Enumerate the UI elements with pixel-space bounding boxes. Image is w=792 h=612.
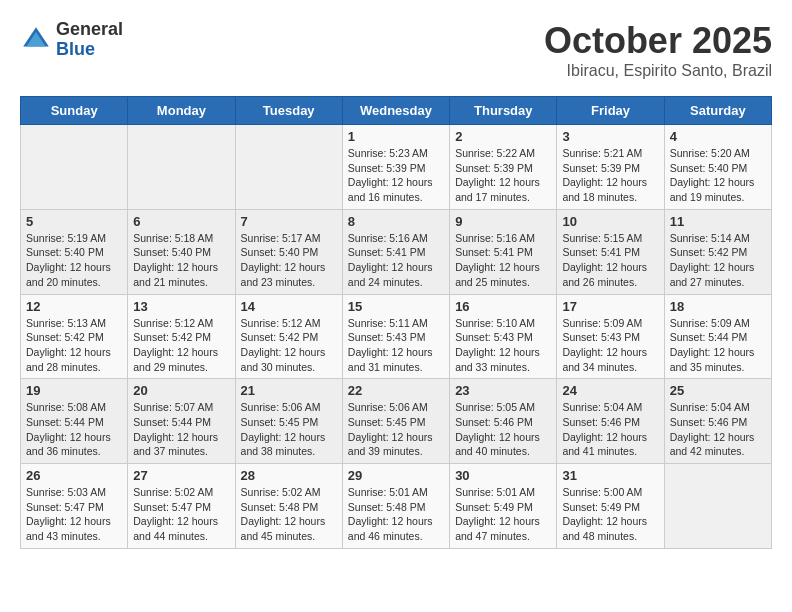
weekday-header-saturday: Saturday — [664, 97, 771, 125]
weekday-header-friday: Friday — [557, 97, 664, 125]
day-number: 31 — [562, 468, 658, 483]
logo-icon — [20, 24, 52, 56]
calendar-cell: 2Sunrise: 5:22 AMSunset: 5:39 PMDaylight… — [450, 125, 557, 210]
day-number: 26 — [26, 468, 122, 483]
calendar-cell — [128, 125, 235, 210]
logo-text: General Blue — [56, 20, 123, 60]
calendar-week-row: 12Sunrise: 5:13 AMSunset: 5:42 PMDayligh… — [21, 294, 772, 379]
calendar-cell: 26Sunrise: 5:03 AMSunset: 5:47 PMDayligh… — [21, 464, 128, 549]
day-info: Sunrise: 5:14 AMSunset: 5:42 PMDaylight:… — [670, 231, 766, 290]
weekday-header-monday: Monday — [128, 97, 235, 125]
day-number: 20 — [133, 383, 229, 398]
weekday-header-row: SundayMondayTuesdayWednesdayThursdayFrid… — [21, 97, 772, 125]
calendar-cell — [21, 125, 128, 210]
day-number: 7 — [241, 214, 337, 229]
day-info: Sunrise: 5:08 AMSunset: 5:44 PMDaylight:… — [26, 400, 122, 459]
day-info: Sunrise: 5:09 AMSunset: 5:44 PMDaylight:… — [670, 316, 766, 375]
day-info: Sunrise: 5:18 AMSunset: 5:40 PMDaylight:… — [133, 231, 229, 290]
calendar-cell: 6Sunrise: 5:18 AMSunset: 5:40 PMDaylight… — [128, 209, 235, 294]
day-info: Sunrise: 5:16 AMSunset: 5:41 PMDaylight:… — [348, 231, 444, 290]
day-info: Sunrise: 5:04 AMSunset: 5:46 PMDaylight:… — [670, 400, 766, 459]
calendar-cell: 5Sunrise: 5:19 AMSunset: 5:40 PMDaylight… — [21, 209, 128, 294]
day-number: 27 — [133, 468, 229, 483]
day-number: 9 — [455, 214, 551, 229]
day-number: 15 — [348, 299, 444, 314]
calendar-cell: 16Sunrise: 5:10 AMSunset: 5:43 PMDayligh… — [450, 294, 557, 379]
location-subtitle: Ibiracu, Espirito Santo, Brazil — [544, 62, 772, 80]
calendar-cell: 4Sunrise: 5:20 AMSunset: 5:40 PMDaylight… — [664, 125, 771, 210]
day-info: Sunrise: 5:01 AMSunset: 5:49 PMDaylight:… — [455, 485, 551, 544]
day-info: Sunrise: 5:22 AMSunset: 5:39 PMDaylight:… — [455, 146, 551, 205]
day-info: Sunrise: 5:07 AMSunset: 5:44 PMDaylight:… — [133, 400, 229, 459]
day-info: Sunrise: 5:15 AMSunset: 5:41 PMDaylight:… — [562, 231, 658, 290]
day-info: Sunrise: 5:12 AMSunset: 5:42 PMDaylight:… — [241, 316, 337, 375]
calendar-cell: 10Sunrise: 5:15 AMSunset: 5:41 PMDayligh… — [557, 209, 664, 294]
calendar-cell: 3Sunrise: 5:21 AMSunset: 5:39 PMDaylight… — [557, 125, 664, 210]
day-info: Sunrise: 5:06 AMSunset: 5:45 PMDaylight:… — [241, 400, 337, 459]
calendar-cell: 22Sunrise: 5:06 AMSunset: 5:45 PMDayligh… — [342, 379, 449, 464]
calendar-week-row: 19Sunrise: 5:08 AMSunset: 5:44 PMDayligh… — [21, 379, 772, 464]
day-number: 16 — [455, 299, 551, 314]
day-info: Sunrise: 5:21 AMSunset: 5:39 PMDaylight:… — [562, 146, 658, 205]
calendar-cell: 24Sunrise: 5:04 AMSunset: 5:46 PMDayligh… — [557, 379, 664, 464]
day-info: Sunrise: 5:13 AMSunset: 5:42 PMDaylight:… — [26, 316, 122, 375]
calendar-cell: 15Sunrise: 5:11 AMSunset: 5:43 PMDayligh… — [342, 294, 449, 379]
calendar-cell: 29Sunrise: 5:01 AMSunset: 5:48 PMDayligh… — [342, 464, 449, 549]
calendar-cell: 21Sunrise: 5:06 AMSunset: 5:45 PMDayligh… — [235, 379, 342, 464]
calendar-cell: 18Sunrise: 5:09 AMSunset: 5:44 PMDayligh… — [664, 294, 771, 379]
calendar-cell: 7Sunrise: 5:17 AMSunset: 5:40 PMDaylight… — [235, 209, 342, 294]
day-number: 13 — [133, 299, 229, 314]
day-number: 12 — [26, 299, 122, 314]
calendar-cell: 11Sunrise: 5:14 AMSunset: 5:42 PMDayligh… — [664, 209, 771, 294]
day-info: Sunrise: 5:11 AMSunset: 5:43 PMDaylight:… — [348, 316, 444, 375]
day-number: 19 — [26, 383, 122, 398]
calendar-cell: 28Sunrise: 5:02 AMSunset: 5:48 PMDayligh… — [235, 464, 342, 549]
weekday-header-thursday: Thursday — [450, 97, 557, 125]
weekday-header-tuesday: Tuesday — [235, 97, 342, 125]
logo-blue: Blue — [56, 40, 123, 60]
day-number: 29 — [348, 468, 444, 483]
day-number: 23 — [455, 383, 551, 398]
day-number: 6 — [133, 214, 229, 229]
calendar-week-row: 1Sunrise: 5:23 AMSunset: 5:39 PMDaylight… — [21, 125, 772, 210]
day-number: 1 — [348, 129, 444, 144]
calendar-cell: 19Sunrise: 5:08 AMSunset: 5:44 PMDayligh… — [21, 379, 128, 464]
day-info: Sunrise: 5:02 AMSunset: 5:47 PMDaylight:… — [133, 485, 229, 544]
page-header: General Blue October 2025 Ibiracu, Espir… — [20, 20, 772, 80]
calendar-cell: 30Sunrise: 5:01 AMSunset: 5:49 PMDayligh… — [450, 464, 557, 549]
day-number: 2 — [455, 129, 551, 144]
day-number: 22 — [348, 383, 444, 398]
day-info: Sunrise: 5:04 AMSunset: 5:46 PMDaylight:… — [562, 400, 658, 459]
day-number: 25 — [670, 383, 766, 398]
month-title: October 2025 — [544, 20, 772, 62]
day-info: Sunrise: 5:17 AMSunset: 5:40 PMDaylight:… — [241, 231, 337, 290]
calendar-cell: 13Sunrise: 5:12 AMSunset: 5:42 PMDayligh… — [128, 294, 235, 379]
day-info: Sunrise: 5:03 AMSunset: 5:47 PMDaylight:… — [26, 485, 122, 544]
day-info: Sunrise: 5:09 AMSunset: 5:43 PMDaylight:… — [562, 316, 658, 375]
day-info: Sunrise: 5:12 AMSunset: 5:42 PMDaylight:… — [133, 316, 229, 375]
day-number: 28 — [241, 468, 337, 483]
day-number: 10 — [562, 214, 658, 229]
calendar-table: SundayMondayTuesdayWednesdayThursdayFrid… — [20, 96, 772, 549]
calendar-cell: 9Sunrise: 5:16 AMSunset: 5:41 PMDaylight… — [450, 209, 557, 294]
calendar-cell: 23Sunrise: 5:05 AMSunset: 5:46 PMDayligh… — [450, 379, 557, 464]
weekday-header-sunday: Sunday — [21, 97, 128, 125]
calendar-cell: 8Sunrise: 5:16 AMSunset: 5:41 PMDaylight… — [342, 209, 449, 294]
day-info: Sunrise: 5:02 AMSunset: 5:48 PMDaylight:… — [241, 485, 337, 544]
calendar-cell: 14Sunrise: 5:12 AMSunset: 5:42 PMDayligh… — [235, 294, 342, 379]
day-number: 5 — [26, 214, 122, 229]
day-info: Sunrise: 5:06 AMSunset: 5:45 PMDaylight:… — [348, 400, 444, 459]
day-number: 8 — [348, 214, 444, 229]
day-info: Sunrise: 5:01 AMSunset: 5:48 PMDaylight:… — [348, 485, 444, 544]
day-number: 24 — [562, 383, 658, 398]
calendar-cell: 12Sunrise: 5:13 AMSunset: 5:42 PMDayligh… — [21, 294, 128, 379]
title-section: October 2025 Ibiracu, Espirito Santo, Br… — [544, 20, 772, 80]
day-info: Sunrise: 5:16 AMSunset: 5:41 PMDaylight:… — [455, 231, 551, 290]
day-info: Sunrise: 5:19 AMSunset: 5:40 PMDaylight:… — [26, 231, 122, 290]
calendar-cell: 31Sunrise: 5:00 AMSunset: 5:49 PMDayligh… — [557, 464, 664, 549]
day-number: 3 — [562, 129, 658, 144]
day-number: 30 — [455, 468, 551, 483]
calendar-cell: 27Sunrise: 5:02 AMSunset: 5:47 PMDayligh… — [128, 464, 235, 549]
calendar-cell: 17Sunrise: 5:09 AMSunset: 5:43 PMDayligh… — [557, 294, 664, 379]
day-number: 11 — [670, 214, 766, 229]
